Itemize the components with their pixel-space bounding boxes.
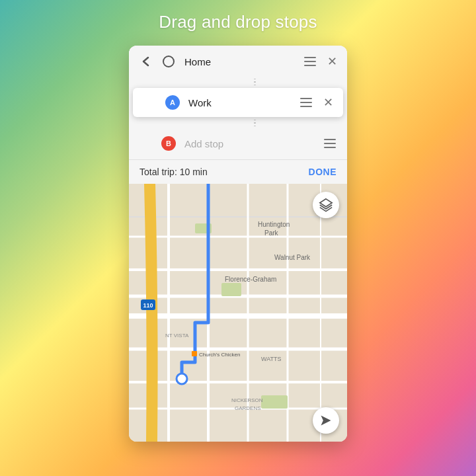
svg-text:WATTS: WATTS [261, 356, 282, 362]
svg-text:NICKERSON: NICKERSON [231, 397, 263, 403]
map-svg: 110 Huntington Park Walnut Park Florence… [129, 184, 347, 442]
stops-panel: Home ✕ A Work [129, 46, 347, 184]
dot [254, 120, 256, 120]
trip-info-bar: Total trip: 10 min DONE [129, 159, 347, 184]
svg-rect-17 [221, 283, 241, 296]
hamburger-line-3 [324, 147, 336, 148]
hamburger-line-2 [300, 102, 312, 103]
done-button[interactable]: DONE [309, 167, 337, 177]
svg-text:Huntington: Huntington [258, 221, 290, 228]
home-stop-value: Home [179, 56, 298, 67]
add-stop-icon: B [158, 136, 179, 151]
svg-text:110: 110 [143, 302, 153, 309]
svg-point-20 [177, 374, 187, 384]
hamburger-line-3 [304, 65, 316, 66]
layers-button[interactable] [313, 192, 339, 218]
stop-row-work: A Work ✕ [133, 88, 343, 117]
dot [254, 122, 256, 123]
work-stop-icon: A [162, 95, 183, 110]
dot [254, 85, 256, 85]
work-hamburger-button[interactable] [294, 91, 318, 114]
svg-text:NT VISTA: NT VISTA [165, 333, 189, 338]
hamburger-line-1 [300, 98, 312, 99]
svg-marker-32 [321, 416, 331, 426]
home-close-button[interactable]: ✕ [322, 52, 342, 71]
connector-dots-1 [163, 77, 347, 87]
add-stop-placeholder[interactable]: Add stop [179, 138, 318, 149]
connector-dots-2 [163, 118, 347, 128]
hamburger-line-1 [324, 139, 336, 140]
svg-text:Park: Park [264, 229, 279, 237]
svg-text:Florence-Graham: Florence-Graham [225, 276, 276, 283]
hamburger-line-2 [304, 61, 316, 62]
home-hamburger-button[interactable] [298, 50, 322, 73]
map-area: 110 Huntington Park Walnut Park Florence… [129, 184, 347, 442]
home-stop-icon [158, 56, 179, 67]
work-close-button[interactable]: ✕ [318, 93, 338, 112]
main-card: Home ✕ A Work [129, 46, 347, 442]
svg-rect-29 [192, 351, 197, 356]
stop-row-home: Home ✕ [129, 46, 347, 77]
work-label-circle: A [165, 95, 180, 110]
dot [254, 79, 256, 79]
svg-text:GARDENS: GARDENS [235, 405, 261, 411]
svg-rect-18 [261, 395, 288, 409]
hamburger-line-3 [300, 106, 312, 107]
page-title: Drag and drop stops [159, 12, 317, 32]
dot [254, 126, 256, 126]
b-label-circle: B [161, 136, 176, 151]
work-row-container: A Work ✕ [129, 87, 347, 118]
svg-text:Walnut Park: Walnut Park [274, 254, 311, 261]
location-button[interactable] [313, 407, 339, 434]
trip-duration-label: Total trip: 10 min [139, 167, 208, 177]
work-stop-value: Work [183, 97, 294, 108]
back-button[interactable] [134, 50, 158, 73]
hamburger-line-1 [304, 57, 316, 58]
dot [254, 81, 256, 82]
hamburger-line-2 [324, 143, 336, 144]
stop-row-add: B Add stop [129, 128, 347, 159]
svg-text:Church's Chicken: Church's Chicken [199, 352, 240, 358]
add-stop-hamburger-button[interactable] [318, 132, 342, 155]
